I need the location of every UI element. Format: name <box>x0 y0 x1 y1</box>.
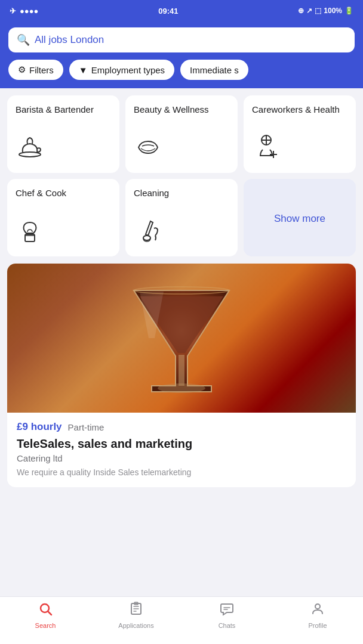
header: 🔍 All jobs London ⚙ Filters ▼ Employment… <box>0 21 363 88</box>
search-nav-icon <box>38 602 53 620</box>
battery-icon: 🔋 <box>344 7 353 15</box>
search-bar[interactable]: 🔍 All jobs London <box>8 27 355 52</box>
job-image <box>7 264 356 413</box>
status-bar: ✈ ●●●● 09:41 ⊕ ↗ ⬚ 100% 🔋 <box>0 0 363 21</box>
location-icon: ⊕ <box>298 7 304 15</box>
chef-icon <box>16 216 111 250</box>
category-care[interactable]: Careworkers & Health <box>244 95 356 173</box>
svg-point-8 <box>158 383 205 393</box>
status-right: ⊕ ↗ ⬚ 100% 🔋 <box>298 7 353 15</box>
profile-nav-label: Profile <box>308 622 327 629</box>
care-icon <box>252 133 347 167</box>
job-description: We require a quality Inside Sales telema… <box>17 467 346 479</box>
svg-rect-7 <box>179 355 184 386</box>
screen-icon: ⬚ <box>315 7 321 15</box>
filters-button[interactable]: ⚙ Filters <box>8 60 63 80</box>
profile-nav-icon <box>310 602 325 620</box>
category-chef[interactable]: Chef & Cook <box>7 179 119 256</box>
status-time: 09:41 <box>158 7 178 16</box>
bottom-nav: Search Applications Chats Profile <box>0 596 363 644</box>
chats-nav-icon <box>220 602 234 620</box>
nav-profile[interactable]: Profile <box>272 602 363 632</box>
job-section: £9 hourly Part-time TeleSales, sales and… <box>0 264 363 494</box>
dropdown-icon: ▼ <box>79 65 88 75</box>
job-title: TeleSales, sales and marketing <box>17 436 346 451</box>
sliders-icon: ⚙ <box>18 64 26 75</box>
job-rate: £9 hourly Part-time <box>17 421 346 433</box>
job-info: £9 hourly Part-time TeleSales, sales and… <box>7 413 356 487</box>
chats-nav-label: Chats <box>219 622 236 629</box>
battery-percent: 100% <box>324 7 342 15</box>
arrow-icon: ↗ <box>306 7 312 15</box>
nav-applications[interactable]: Applications <box>91 602 182 632</box>
job-salary: £9 hourly <box>17 421 62 433</box>
airplane-icon: ✈ <box>10 7 16 16</box>
job-type: Part-time <box>68 422 104 432</box>
nav-chats[interactable]: Chats <box>182 602 272 632</box>
status-left: ✈ ●●●● <box>10 7 38 16</box>
search-nav-label: Search <box>35 622 56 629</box>
beauty-icon <box>134 133 229 167</box>
filter-row: ⚙ Filters ▼ Employment types Immediate s <box>8 60 355 80</box>
immediate-button[interactable]: Immediate s <box>180 60 248 80</box>
search-icon: 🔍 <box>17 33 30 47</box>
applications-nav-label: Applications <box>118 622 153 629</box>
category-barista[interactable]: Barista & Bartender <box>7 95 119 173</box>
svg-point-5 <box>143 236 150 240</box>
categories-grid: Barista & Bartender Beauty & Wellness <box>0 88 363 264</box>
applications-nav-icon <box>129 602 143 620</box>
svg-point-13 <box>315 604 320 609</box>
category-cleaning[interactable]: Cleaning <box>125 179 238 256</box>
search-text: All jobs London <box>35 34 104 46</box>
signal-icon: ●●●● <box>20 7 38 16</box>
job-card[interactable]: £9 hourly Part-time TeleSales, sales and… <box>7 264 356 487</box>
category-beauty[interactable]: Beauty & Wellness <box>125 95 238 173</box>
svg-line-10 <box>48 612 52 615</box>
svg-point-0 <box>19 152 41 157</box>
job-company: Catering ltd <box>17 453 346 463</box>
employment-types-button[interactable]: ▼ Employment types <box>69 60 174 80</box>
barista-icon <box>16 133 111 167</box>
cleaning-icon <box>134 216 229 250</box>
category-show-more[interactable]: Show more <box>244 179 356 256</box>
nav-search[interactable]: Search <box>0 602 91 632</box>
